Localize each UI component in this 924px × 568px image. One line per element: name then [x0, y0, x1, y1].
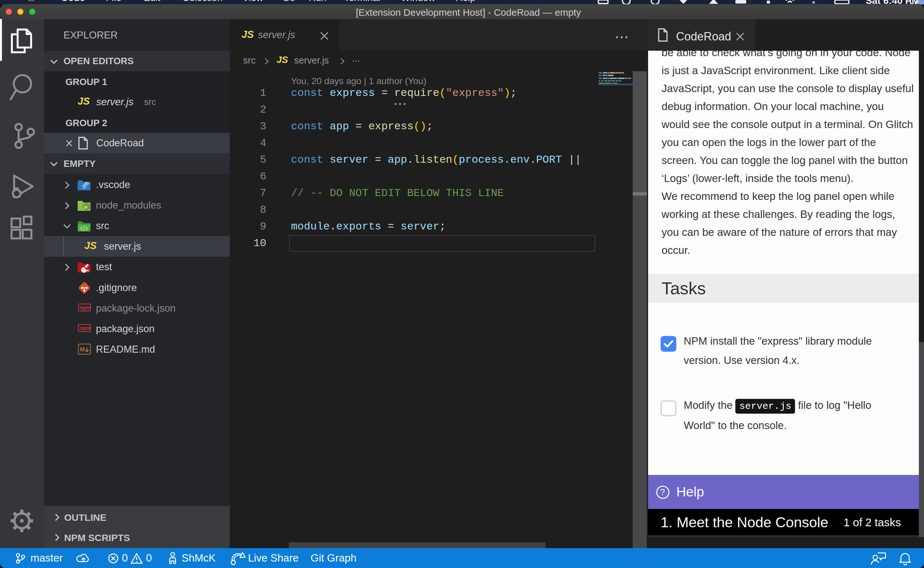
svg-text:js: js	[84, 204, 87, 209]
svg-text:npm: npm	[80, 325, 90, 331]
svg-text:M: M	[80, 346, 85, 353]
svg-text:?: ?	[660, 488, 665, 497]
svg-text:npm: npm	[80, 305, 90, 310]
